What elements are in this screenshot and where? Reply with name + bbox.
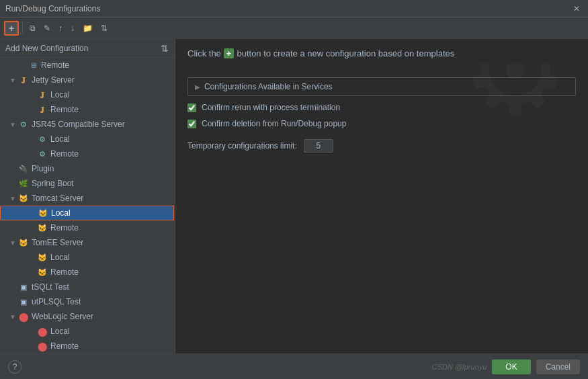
folder-icon: 📁 <box>83 24 93 33</box>
item-label-jetty-remote: Remote <box>50 105 79 114</box>
left-panel-header: Add New Configuration ⇅ <box>0 39 174 58</box>
tree-item-tomee-local[interactable]: 🐱 Local <box>0 250 174 265</box>
item-label-utplsql: utPLSQL Test <box>32 297 81 306</box>
right-panel-body: ⚙ ▶ Configurations Available in Services… <box>175 64 588 353</box>
checkbox-deletion-label: Confirm deletion from Run/Debug popup <box>202 119 346 128</box>
checkbox-deletion-row: Confirm deletion from Run/Debug popup <box>187 119 576 128</box>
ok-button[interactable]: OK <box>492 360 530 374</box>
item-label-tsqlt: tSQLt Test <box>32 282 69 292</box>
tomcat-remote-icon: 🐱 <box>37 222 48 233</box>
item-label-remote-top: Remote <box>41 60 69 70</box>
tree-item-tsqlt[interactable]: ▣ tSQLt Test <box>0 280 174 294</box>
jsr45-remote-icon: ⚙ <box>37 149 48 159</box>
jsr45-icon: ⚙ <box>18 119 29 130</box>
utplsql-icon: ▣ <box>18 296 29 307</box>
config-services-row[interactable]: ▶ Configurations Available in Services <box>187 77 576 96</box>
services-arrow: ▶ <box>195 83 200 91</box>
plugin-icon: 🔌 <box>18 163 29 174</box>
move-up-button[interactable]: ↑ <box>55 21 66 36</box>
toolbar-separator <box>22 22 23 34</box>
tree-item-weblogic-remote[interactable]: ⬤ Remote <box>0 339 174 353</box>
tree-item-spring-boot[interactable]: 🌿 Spring Boot <box>0 176 174 191</box>
temp-limit-label: Temporary configurations limit: <box>187 141 297 151</box>
tree-container: 🖥 Remote 𝐉 Jetty Server 𝐉 Local 𝐉 Remote <box>0 58 174 353</box>
tree-item-tomcat-local[interactable]: 🐱 Local <box>0 206 174 220</box>
item-label-weblogic-local: Local <box>50 327 70 336</box>
tree-item-jsr45-remote[interactable]: ⚙ Remote <box>0 146 174 161</box>
down-icon: ↓ <box>71 24 75 33</box>
copy-config-button[interactable]: ⧉ <box>26 21 39 36</box>
left-panel: Add New Configuration ⇅ 🖥 Remote 𝐉 Jetty… <box>0 39 175 353</box>
copy-icon: ⧉ <box>30 24 36 33</box>
close-icon[interactable]: ✕ <box>571 4 583 13</box>
up-icon: ↑ <box>58 24 62 33</box>
cancel-button[interactable]: Cancel <box>536 360 580 374</box>
right-panel: Click the + button to create a new confi… <box>175 39 588 353</box>
tree-item-utplsql[interactable]: ▣ utPLSQL Test <box>0 294 174 309</box>
tomee-remote-icon: 🐱 <box>37 267 48 278</box>
bottom-bar: ? CSDN @lpruoyu OK Cancel <box>0 353 588 379</box>
jetty-icon: 𝐉 <box>18 75 29 85</box>
item-label-jsr45-remote: Remote <box>50 149 79 159</box>
tomee-icon: 🐱 <box>18 237 29 248</box>
tomcat-icon: 🐱 <box>18 193 29 204</box>
item-label-tomcat: Tomcat Server <box>32 194 83 203</box>
services-label: Configurations Available in Services <box>204 82 333 91</box>
arrow-jsr45 <box>9 121 16 128</box>
tree-item-tomee[interactable]: 🐱 TomEE Server <box>0 235 174 250</box>
checkbox-rerun-label: Confirm rerun with process termination <box>202 103 340 112</box>
temp-limit-row: Temporary configurations limit: <box>187 139 576 153</box>
checkbox-rerun-row: Confirm rerun with process termination <box>187 103 576 112</box>
toolbar: + ⧉ ✎ ↑ ↓ 📁 ⇅ <box>0 17 588 39</box>
tomcat-local-icon: 🐱 <box>38 208 48 218</box>
add-config-button[interactable]: + <box>4 21 19 36</box>
folder-button[interactable]: 📁 <box>79 21 96 36</box>
sort-button[interactable]: ⇅ <box>97 21 111 36</box>
tree-item-jetty-server[interactable]: 𝐉 Jetty Server <box>0 73 174 87</box>
tomee-local-icon: 🐱 <box>37 252 48 263</box>
item-label-tomee-local: Local <box>50 253 70 262</box>
arrow-tomcat <box>9 195 16 202</box>
tree-item-tomee-remote[interactable]: 🐱 Remote <box>0 265 174 280</box>
bottom-right-buttons: CSDN @lpruoyu OK Cancel <box>432 360 580 374</box>
item-label-tomee-remote: Remote <box>50 267 79 277</box>
edit-config-button[interactable]: ✎ <box>40 21 54 36</box>
sort-configs-icon[interactable]: ⇅ <box>161 43 169 54</box>
tree-item-weblogic[interactable]: ⬤ WebLogic Server <box>0 309 174 324</box>
arrow-tomee <box>9 239 16 247</box>
hint-text-2: button to create a new configuration bas… <box>237 48 454 58</box>
help-button[interactable]: ? <box>8 360 22 374</box>
spring-icon: 🌿 <box>18 178 29 189</box>
main-content: Add New Configuration ⇅ 🖥 Remote 𝐉 Jetty… <box>0 39 588 353</box>
tsqlt-icon: ▣ <box>18 282 29 292</box>
item-label-jetty-local: Local <box>50 90 70 99</box>
edit-icon: ✎ <box>44 24 50 33</box>
plus-inline-icon: + <box>224 48 235 58</box>
item-label-jsr45-local: Local <box>50 134 70 144</box>
checkbox-rerun[interactable] <box>187 103 196 112</box>
item-label-weblogic: WebLogic Server <box>32 312 93 321</box>
temp-limit-input[interactable] <box>304 139 333 153</box>
weblogic-icon: ⬤ <box>18 311 29 322</box>
tree-item-tomcat[interactable]: 🐱 Tomcat Server <box>0 191 174 206</box>
checkbox-deletion[interactable] <box>187 120 196 128</box>
jsr45-local-icon: ⚙ <box>37 134 48 144</box>
move-down-button[interactable]: ↓ <box>67 21 78 36</box>
left-panel-title: Add New Configuration <box>5 44 88 53</box>
tree-item-jsr45[interactable]: ⚙ JSR45 Compatible Server <box>0 117 174 132</box>
tree-item-weblogic-local[interactable]: ⬤ Local <box>0 324 174 339</box>
arrow-weblogic <box>9 313 16 321</box>
tree-item-jetty-local[interactable]: 𝐉 Local <box>0 87 174 102</box>
jetty-remote-icon: 𝐉 <box>37 104 48 115</box>
title-bar: Run/Debug Configurations ✕ <box>0 0 588 17</box>
tree-item-jsr45-local[interactable]: ⚙ Local <box>0 132 174 146</box>
item-label-spring: Spring Boot <box>32 179 74 188</box>
item-label-tomcat-remote: Remote <box>50 223 79 233</box>
tree-item-jetty-remote[interactable]: 𝐉 Remote <box>0 102 174 117</box>
arrow-jetty <box>9 77 16 84</box>
hint-text-1: Click the <box>187 48 221 58</box>
tree-item-remote-top[interactable]: 🖥 Remote <box>0 58 174 73</box>
remote-icon: 🖥 <box>28 60 38 71</box>
tree-item-tomcat-remote[interactable]: 🐱 Remote <box>0 220 174 235</box>
tree-item-plugin[interactable]: 🔌 Plugin <box>0 161 174 176</box>
